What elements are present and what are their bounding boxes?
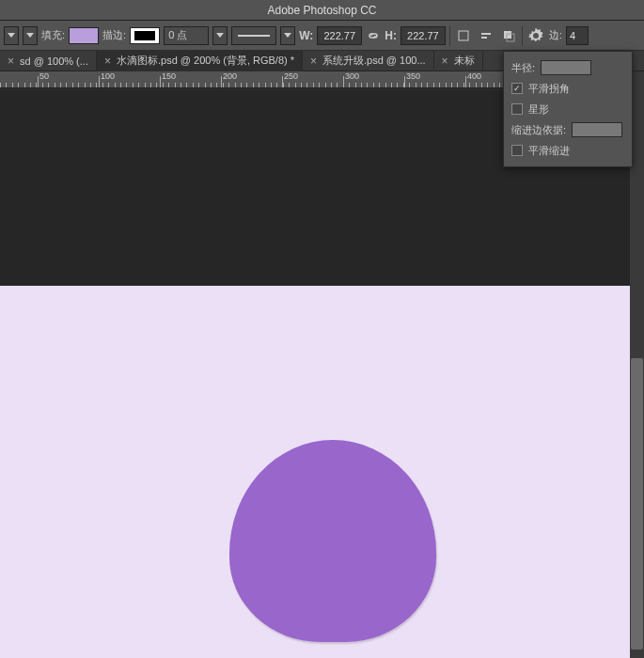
- sides-input[interactable]: 4: [566, 26, 589, 45]
- smooth-indent-checkbox[interactable]: [511, 145, 523, 156]
- width-input[interactable]: 222.77: [317, 26, 362, 45]
- stroke-width-input[interactable]: 0 点: [164, 26, 209, 45]
- document-tab[interactable]: ×系统升级.psd @ 100...: [303, 51, 434, 71]
- tab-label: sd @ 100% (...: [20, 55, 88, 67]
- stroke-style-preview[interactable]: [231, 26, 276, 45]
- fill-color-swatch[interactable]: [69, 27, 99, 44]
- smooth-corner-label: 平滑拐角: [528, 82, 570, 96]
- smooth-indent-label: 平滑缩进: [528, 144, 570, 158]
- chevron-down-icon: [8, 33, 15, 38]
- close-icon[interactable]: ×: [104, 55, 111, 68]
- ruler-tick-label: 300: [345, 71, 359, 81]
- height-value: 222.77: [407, 30, 439, 41]
- canvas-area[interactable]: [0, 90, 630, 658]
- app-title: Adobe Photoshop CC: [267, 4, 376, 17]
- svg-rect-2: [481, 37, 487, 39]
- tab-label: 系统升级.psd @ 100...: [322, 54, 426, 68]
- document-tab[interactable]: ×未标: [434, 51, 483, 71]
- indent-label: 缩进边依据:: [511, 123, 566, 137]
- svg-rect-1: [481, 33, 491, 35]
- smooth-corner-checkbox[interactable]: [511, 83, 523, 94]
- ruler-tick-label: 200: [223, 71, 237, 81]
- tab-label: 未标: [454, 54, 475, 68]
- options-bar: 填充: 描边: 0 点 W: 222.77 H: 222.77 边: 4: [0, 21, 644, 51]
- document-tab[interactable]: ×水滴图标.psd @ 200% (背景, RGB/8) *: [97, 51, 303, 71]
- ruler-tick-label: 50: [39, 71, 49, 81]
- svg-rect-3: [504, 31, 511, 39]
- indent-input[interactable]: [572, 122, 622, 137]
- stroke-color-swatch[interactable]: [130, 27, 160, 44]
- stroke-style-dropdown[interactable]: [280, 26, 295, 45]
- radius-label: 半径:: [511, 61, 535, 75]
- artboard: [0, 286, 630, 658]
- tab-label: 水滴图标.psd @ 200% (背景, RGB/8) *: [117, 54, 294, 68]
- sides-label: 边:: [549, 28, 562, 42]
- chevron-down-icon: [216, 33, 224, 38]
- ruler-tick-label: 250: [284, 71, 298, 81]
- width-value: 222.77: [323, 30, 355, 41]
- shape-mode-dropdown[interactable]: [23, 26, 38, 45]
- gear-icon[interactable]: [526, 26, 545, 45]
- stroke-width-value: 0 点: [168, 28, 187, 42]
- stroke-label: 描边:: [102, 28, 126, 42]
- fill-label: 填充:: [41, 28, 65, 42]
- height-label: H:: [385, 29, 397, 42]
- ruler-tick-label: 150: [162, 71, 176, 81]
- ruler-tick-label: 350: [406, 71, 420, 81]
- title-bar: Adobe Photoshop CC: [0, 0, 644, 21]
- height-input[interactable]: 222.77: [401, 26, 446, 45]
- tool-preset-dropdown[interactable]: [4, 26, 19, 45]
- line-icon: [238, 35, 270, 37]
- sides-value: 4: [570, 30, 575, 41]
- stroke-width-dropdown[interactable]: [212, 26, 228, 45]
- star-label: 星形: [528, 102, 549, 117]
- ruler-tick-label: 100: [101, 71, 115, 81]
- radius-input[interactable]: [541, 60, 591, 75]
- polygon-options-popup: 半径: 平滑拐角 星形 缩进边依据: 平滑缩进: [503, 51, 633, 167]
- svg-rect-0: [459, 31, 468, 40]
- close-icon[interactable]: ×: [442, 55, 448, 68]
- close-icon[interactable]: ×: [8, 55, 14, 68]
- divider: [449, 25, 450, 46]
- chevron-down-icon: [284, 33, 291, 38]
- rounded-shape[interactable]: [229, 440, 436, 642]
- path-op-button[interactable]: [454, 26, 473, 45]
- scroll-thumb[interactable]: [631, 358, 643, 650]
- divider: [522, 25, 523, 46]
- star-checkbox[interactable]: [511, 103, 523, 115]
- close-icon[interactable]: ×: [310, 55, 317, 68]
- document-tab[interactable]: ×sd @ 100% (...: [0, 51, 97, 71]
- ruler-tick-label: 400: [467, 71, 481, 81]
- width-label: W:: [299, 29, 313, 42]
- chevron-down-icon: [26, 33, 34, 38]
- align-button[interactable]: [477, 26, 495, 45]
- arrange-button[interactable]: [499, 26, 518, 45]
- stroke-swatch-inner: [134, 31, 155, 40]
- link-wh-icon[interactable]: [366, 28, 381, 43]
